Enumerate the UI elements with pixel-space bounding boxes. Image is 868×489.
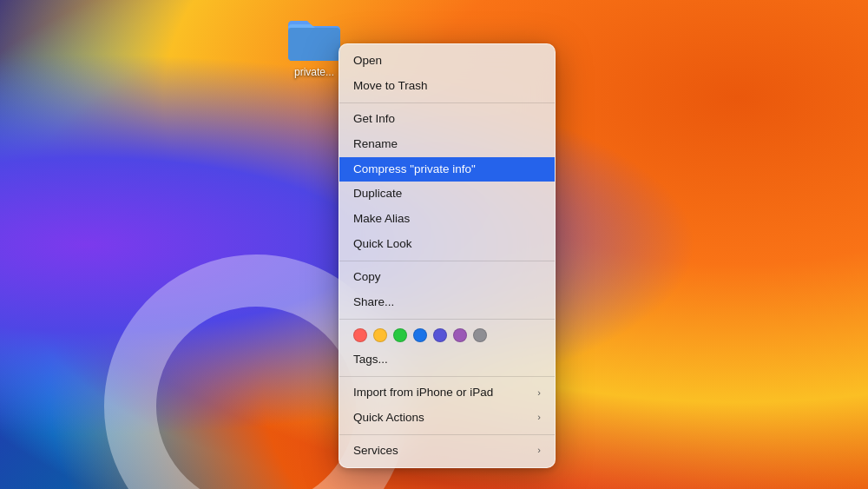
folder-icon [286,16,342,63]
menu-item-duplicate[interactable]: Duplicate [339,182,555,207]
tag-gray[interactable] [473,328,487,342]
menu-item-get-info-label: Get Info [353,111,395,128]
menu-item-quick-look[interactable]: Quick Look [339,232,555,257]
menu-item-open-label: Open [353,53,382,69]
context-menu: Open Move to Trash Get Info Rename Compr… [339,43,556,468]
menu-item-copy-label: Copy [353,269,381,286]
menu-item-share-label: Share... [353,294,394,311]
menu-item-quick-look-label: Quick Look [353,236,412,253]
tag-yellow[interactable] [373,328,387,342]
separator-2 [339,261,555,261]
menu-item-get-info[interactable]: Get Info [339,107,555,132]
menu-item-copy[interactable]: Copy [339,265,555,290]
chevron-icon-quick-actions: › [537,411,541,424]
menu-item-share[interactable]: Share... [339,290,555,315]
menu-item-quick-actions[interactable]: Quick Actions › [339,406,555,431]
menu-item-rename[interactable]: Rename [339,132,555,157]
desktop-folder[interactable]: private... [286,16,342,78]
separator-3 [339,319,555,320]
tag-red[interactable] [353,328,367,342]
tags-color-row [339,323,555,347]
menu-item-rename-label: Rename [353,136,398,153]
menu-item-duplicate-label: Duplicate [353,186,402,202]
menu-item-make-alias-label: Make Alias [353,211,410,228]
menu-item-services[interactable]: Services › [339,439,555,464]
separator-5 [339,434,555,435]
folder-label: private... [294,66,334,78]
tag-blue[interactable] [413,328,427,342]
menu-item-compress[interactable]: Compress "private info" [339,157,555,182]
menu-item-open[interactable]: Open [339,49,555,74]
chevron-icon-services: › [537,444,541,457]
menu-item-quick-actions-label: Quick Actions [353,410,424,426]
menu-item-move-to-trash[interactable]: Move to Trash [339,74,555,99]
menu-item-import-iphone[interactable]: Import from iPhone or iPad › [339,380,555,406]
menu-item-tags[interactable]: Tags... [339,347,555,373]
menu-item-move-to-trash-label: Move to Trash [353,78,428,95]
separator-4 [339,376,555,377]
tag-indigo[interactable] [433,328,447,342]
menu-item-tags-label: Tags... [353,352,388,368]
tag-purple[interactable] [453,328,467,342]
chevron-icon-import: › [537,387,541,400]
tag-green[interactable] [393,328,407,342]
menu-item-services-label: Services [353,443,398,459]
menu-item-compress-label: Compress "private info" [353,162,476,178]
menu-item-import-iphone-label: Import from iPhone or iPad [353,385,493,401]
menu-item-make-alias[interactable]: Make Alias [339,207,555,232]
separator-1 [339,102,555,103]
